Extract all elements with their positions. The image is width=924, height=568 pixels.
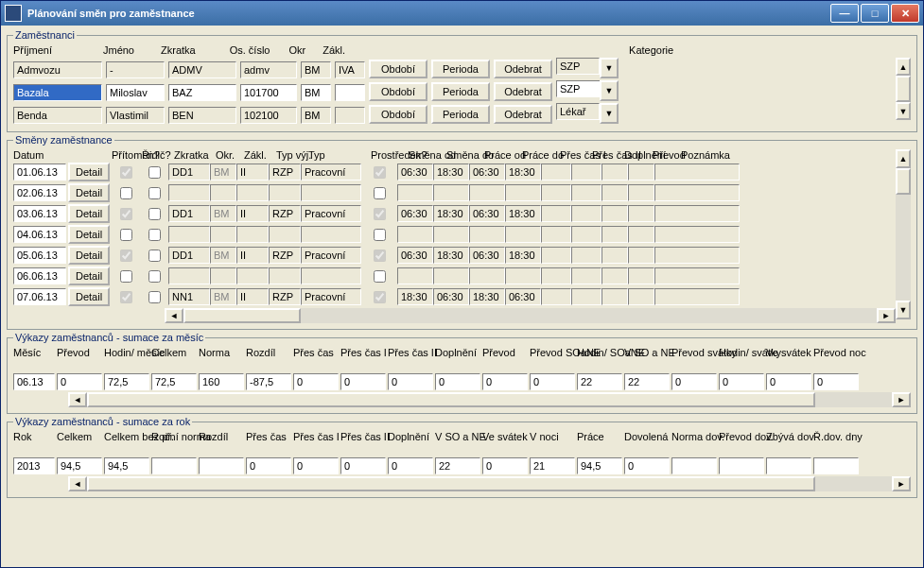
sum-value[interactable] [530,373,575,390]
shift-zakl[interactable] [236,164,269,181]
doplneni[interactable] [601,267,628,284]
sum-value[interactable] [57,457,102,474]
poznamka[interactable] [654,205,740,222]
prostredek-checkbox[interactable] [374,208,386,220]
detail-button[interactable]: Detail [68,287,110,306]
prescas1[interactable] [541,267,571,284]
sum-value[interactable] [104,457,149,474]
minimize-button[interactable]: — [830,4,859,23]
shift-zakl[interactable] [236,247,269,264]
poznamka[interactable] [654,267,740,284]
detail-button[interactable]: Detail [68,204,110,223]
prace-do[interactable] [505,226,541,243]
prevod[interactable] [628,288,654,305]
close-button[interactable]: ✕ [891,4,919,23]
smena-do[interactable] [433,267,469,284]
scroll-up-icon[interactable]: ▲ [896,58,911,76]
shift-zkratka[interactable] [168,184,210,201]
emp-zkratka[interactable] [168,107,236,124]
emp-oscislo[interactable] [240,107,297,124]
smena-do[interactable] [433,184,469,201]
doplneni[interactable] [601,288,628,305]
prescas1[interactable] [541,226,571,243]
scroll-left-icon[interactable]: ◄ [68,476,87,491]
kategorie-value[interactable] [556,58,600,75]
pritomen-checkbox[interactable] [120,270,132,283]
monthly-hscroll[interactable]: ◄ ► [68,392,911,407]
pritomen-checkbox[interactable] [120,208,132,220]
shift-zkratka[interactable] [168,288,210,305]
titlebar[interactable]: Plánování směn pro zaměstnance — □ ✕ [1,1,923,26]
smena-od[interactable] [397,288,433,305]
maximize-button[interactable]: □ [861,4,889,23]
scroll-right-icon[interactable]: ► [892,392,911,407]
prescas1[interactable] [541,184,571,201]
poznamka[interactable] [654,226,740,243]
poznamka[interactable] [654,184,740,201]
detail-button[interactable]: Detail [68,267,110,285]
obdobi-button[interactable]: Období [369,82,427,101]
emp-zkratka[interactable] [168,61,236,78]
chevron-down-icon[interactable]: ▼ [600,80,619,101]
emp-prijmeni[interactable] [13,84,102,101]
smena-od[interactable] [397,184,433,201]
emp-zkratka[interactable] [168,84,236,101]
doplneni[interactable] [601,164,628,181]
smena-od[interactable] [397,205,433,222]
smena-do[interactable] [433,247,469,264]
prace-do[interactable] [505,288,541,305]
shift-typ[interactable] [301,267,361,284]
prace-od[interactable] [469,247,505,264]
shift-typvyj[interactable] [269,288,301,305]
prevod[interactable] [628,205,654,222]
scroll-left-icon[interactable]: ◄ [165,308,183,323]
sum-value[interactable] [671,373,717,390]
doplneni[interactable] [601,247,628,264]
prevod[interactable] [628,247,654,264]
sum-value[interactable] [340,457,386,474]
sum-value[interactable] [293,373,339,390]
shift-typvyj[interactable] [269,164,301,181]
sum-value[interactable] [246,457,291,474]
pritomen-checkbox[interactable] [120,291,132,303]
prescas1[interactable] [541,164,571,181]
sum-value[interactable] [671,457,717,474]
ridic-checkbox[interactable] [148,250,161,262]
prescas1[interactable] [541,205,571,222]
sum-value[interactable] [388,457,433,474]
prostredek-checkbox[interactable] [374,250,386,262]
yearly-hscroll[interactable]: ◄ ► [68,476,911,491]
pritomen-checkbox[interactable] [120,250,132,262]
sum-value[interactable] [151,457,197,474]
employees-scrollbar[interactable]: ▲ ▼ [896,58,911,120]
prescas2[interactable] [571,226,601,243]
sum-value[interactable] [13,373,55,390]
kategorie-value[interactable] [556,80,600,97]
prescas2[interactable] [571,247,601,264]
shift-zkratka[interactable] [168,164,210,181]
scroll-down-icon[interactable]: ▼ [896,301,911,319]
shift-date[interactable] [13,226,66,243]
sum-value[interactable] [340,373,386,390]
sum-value[interactable] [766,373,811,390]
shift-zkratka[interactable] [168,226,210,243]
sum-value[interactable] [199,457,244,474]
sum-value[interactable] [435,373,480,390]
emp-oscislo[interactable] [240,61,297,78]
sum-value[interactable] [577,457,622,474]
prevod[interactable] [628,164,654,181]
ridic-checkbox[interactable] [148,166,161,179]
shift-typ[interactable] [301,205,361,222]
odebrat-button[interactable]: Odebrat [494,60,552,78]
ridic-checkbox[interactable] [148,270,161,283]
ridic-checkbox[interactable] [148,208,161,220]
sum-value[interactable] [719,373,764,390]
shift-typvyj[interactable] [269,205,301,222]
prescas2[interactable] [571,164,601,181]
prevod[interactable] [628,184,654,201]
scroll-right-icon[interactable]: ► [877,308,896,323]
prostredek-checkbox[interactable] [374,270,386,283]
prescas2[interactable] [571,267,601,284]
sum-value[interactable] [813,373,859,390]
sum-value[interactable] [766,457,811,474]
